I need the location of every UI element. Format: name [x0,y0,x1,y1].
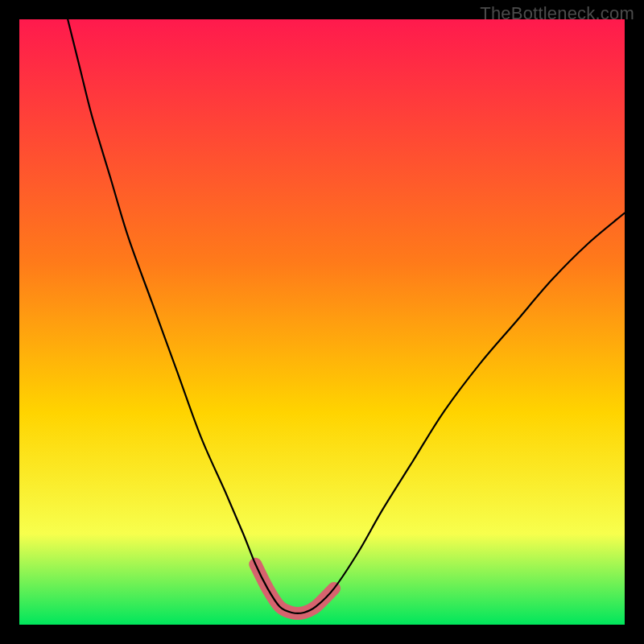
plot-area [19,19,625,625]
chart-frame: TheBottleneck.com [0,0,644,644]
bottleneck-chart [19,19,625,625]
heatmap-background [19,19,625,625]
